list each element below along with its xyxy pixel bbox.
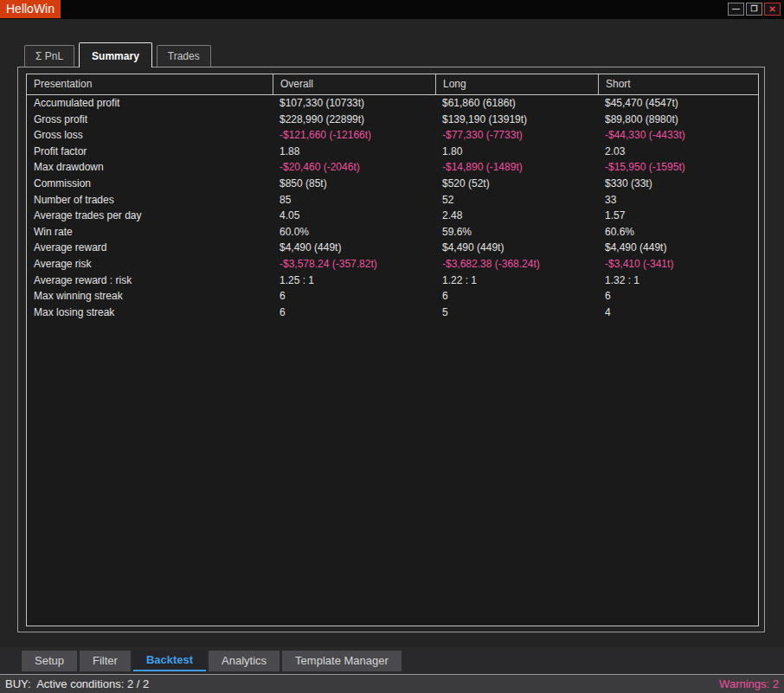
cell-overall: 4.05 [273,208,435,224]
row-label: Win rate [27,224,273,241]
cell-overall: 6 [273,288,435,305]
cell-short: $45,470 (4547t) [598,95,758,112]
table-row[interactable]: Average reward : risk 1.25 : 1 1.22 : 1 … [27,273,758,289]
cell-long: $520 (52t) [435,176,598,192]
cell-long: $61,860 (6186t) [435,95,598,112]
close-button[interactable]: ✕ [764,3,781,16]
cell-short: 4 [598,305,758,321]
summary-table: Presentation Overall Long Short Accumula… [26,74,759,626]
report-tabs: Σ PnL Summary Trades [24,41,215,67]
row-label: Gross profit [27,112,273,128]
cell-overall: $4,490 (449t) [273,240,435,256]
summary-panel: Presentation Overall Long Short Accumula… [17,67,765,632]
row-label: Number of trades [27,192,273,209]
cell-overall: 6 [273,305,435,321]
minimize-button[interactable]: — [728,3,744,16]
cell-short: -$15,950 (-1595t) [598,159,758,176]
cell-short: $4,490 (449t) [598,240,758,256]
column-header-short[interactable]: Short [598,74,758,94]
cell-overall: -$20,460 (-2046t) [273,159,435,176]
cell-overall: -$3,578.24 (-357.82t) [273,256,435,273]
table-row[interactable]: Commission $850 (85t) $520 (52t) $330 (3… [27,176,758,192]
row-label: Max losing streak [27,305,273,321]
mode-tabs: Setup Filter Backtest Analytics Template… [22,651,402,671]
row-label: Profit factor [27,144,273,160]
cell-overall: 1.25 : 1 [273,273,435,289]
table-row[interactable]: Max losing streak 6 5 4 [27,305,758,321]
cell-short: 33 [598,192,758,209]
title-bar[interactable]: HelloWin — ❐ ✕ [0,0,784,19]
column-header-long[interactable]: Long [435,74,598,94]
maximize-icon: ❐ [750,4,757,13]
cell-short: $89,800 (8980t) [598,112,758,128]
cell-long: 1.80 [435,144,598,160]
row-label: Average risk [27,256,273,273]
table-row[interactable]: Max winning streak 6 6 6 [27,288,758,305]
tab-analytics[interactable]: Analytics [209,651,280,671]
tab-setup[interactable]: Setup [22,651,77,671]
maximize-button[interactable]: ❐ [746,3,762,16]
cell-overall: 60.0% [273,224,435,241]
row-label: Max drawdown [27,159,273,176]
cell-long: 1.22 : 1 [435,273,598,289]
cell-overall: 1.88 [273,144,435,160]
cell-short: 2.03 [598,144,758,160]
cell-long: 2.48 [435,208,598,224]
tab-filter[interactable]: Filter [80,651,131,671]
cell-long: -$14,890 (-1489t) [435,159,598,176]
table-row[interactable]: Gross profit $228,990 (22899t) $139,190 … [27,112,758,128]
cell-overall: -$121,660 (-12166t) [273,127,435,144]
tab-trades[interactable]: Trades [157,45,211,67]
cell-long: 6 [435,288,598,305]
warnings-status: Warnings: 2 [719,675,779,693]
active-conditions-status: BUY: Active conditions: 2 / 2 [5,675,149,693]
row-label: Max winning streak [27,288,273,305]
cell-long: -$77,330 (-7733t) [435,127,598,144]
cell-short: -$3,410 (-341t) [598,256,758,273]
table-header-row: Presentation Overall Long Short [27,74,758,95]
table-row[interactable]: Gross loss -$121,660 (-12166t) -$77,330 … [27,127,758,144]
row-label: Average reward : risk [27,273,273,289]
cell-overall: 85 [273,192,435,209]
tab-template-manager[interactable]: Template Manager [282,651,402,671]
table-row[interactable]: Average reward $4,490 (449t) $4,490 (449… [27,240,758,256]
tab-backtest[interactable]: Backtest [133,651,206,671]
cell-long: $139,190 (13919t) [435,112,598,128]
table-row[interactable]: Max drawdown -$20,460 (-2046t) -$14,890 … [27,159,758,176]
cell-long: 5 [435,305,598,321]
column-header-overall[interactable]: Overall [273,74,435,94]
cell-long: $4,490 (449t) [435,240,598,256]
row-label: Average trades per day [27,208,273,224]
window-title: HelloWin [0,0,61,18]
table-row[interactable]: Average trades per day 4.05 2.48 1.57 [27,208,758,224]
table-row[interactable]: Win rate 60.0% 59.6% 60.6% [27,224,758,241]
row-label: Commission [27,176,273,192]
cell-short: -$44,330 (-4433t) [598,127,758,144]
table-row[interactable]: Profit factor 1.88 1.80 2.03 [27,144,758,160]
hellowin-window: { "window": { "title": "HelloWin", "cont… [0,0,784,693]
cell-long: 59.6% [435,224,598,241]
close-icon: ✕ [768,4,775,14]
minimize-icon: — [732,4,740,13]
cell-long: 52 [435,192,598,209]
table-row[interactable]: Average risk -$3,578.24 (-357.82t) -$3,6… [27,256,758,273]
window-controls: — ❐ ✕ [728,3,781,16]
cell-short: 1.32 : 1 [598,273,758,289]
cell-long: -$3,682.38 (-368.24t) [435,256,598,273]
cell-overall: $107,330 (10733t) [273,95,435,112]
row-label: Gross loss [27,127,273,144]
table-row[interactable]: Number of trades 85 52 33 [27,192,758,209]
cell-overall: $850 (85t) [273,176,435,192]
cell-short: $330 (33t) [598,176,758,192]
status-bar: BUY: Active conditions: 2 / 2 Warnings: … [0,674,784,693]
cell-overall: $228,990 (22899t) [273,112,435,128]
column-header-presentation[interactable]: Presentation [27,74,273,94]
table-row[interactable]: Accumulated profit $107,330 (10733t) $61… [27,95,758,112]
tab-pnl[interactable]: Σ PnL [24,45,74,67]
row-label: Average reward [27,240,273,256]
cell-short: 1.57 [598,208,758,224]
cell-short: 60.6% [598,224,758,241]
cell-short: 6 [598,288,758,305]
row-label: Accumulated profit [27,95,273,112]
tab-summary[interactable]: Summary [79,42,152,67]
